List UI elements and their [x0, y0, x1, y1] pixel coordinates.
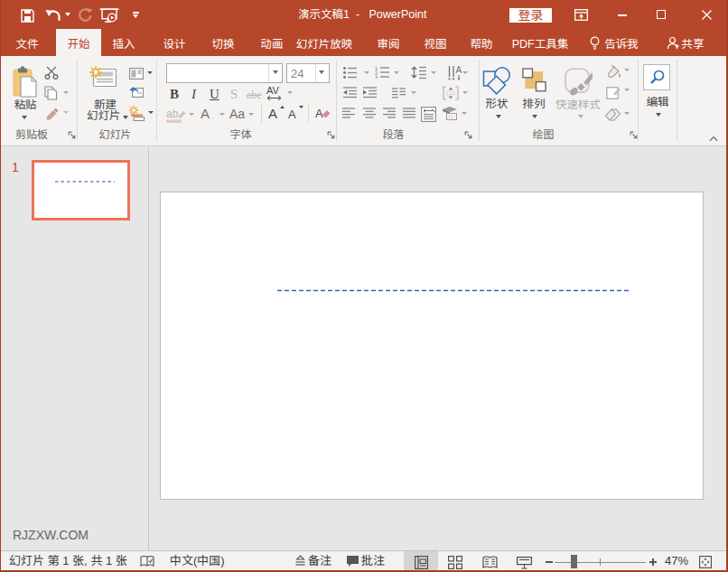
svg-text:ab: ab: [166, 108, 179, 120]
svg-text:A: A: [456, 65, 462, 75]
svg-text:A: A: [288, 108, 296, 121]
svg-text:A: A: [315, 107, 323, 120]
svg-text:AV: AV: [266, 86, 280, 96]
svg-text:A: A: [268, 106, 277, 121]
svg-text:3: 3: [375, 75, 378, 79]
